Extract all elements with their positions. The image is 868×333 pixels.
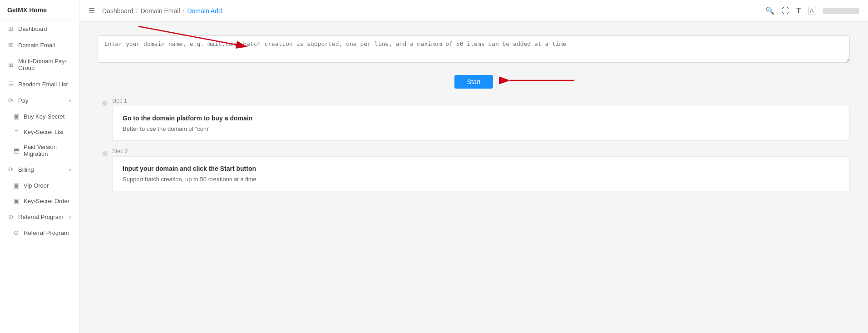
hamburger-icon[interactable]: ☰ [89,6,95,15]
search-icon[interactable]: 🔍 [765,6,774,15]
referral-icon: ⊙ [7,213,15,220]
breadcrumb-dashboard[interactable]: Dashboard [102,7,133,15]
sidebar-sub-label: Vip Order [24,182,49,189]
step-1-card: Go to the domain platform to buy a domai… [112,106,850,141]
step-2-card: Input your domain and click the Start bu… [112,156,850,191]
step-1-dot-col [98,98,112,106]
dashboard-icon: ⊞ [7,25,15,32]
key-secret-order-icon: ▣ [13,197,20,204]
sidebar-item-key-secret-order[interactable]: ▣ Key-Secret Order [0,193,79,209]
sidebar-item-label: Domain Email [18,42,55,49]
main-area: ☰ Dashboard / Domain Email / Domain Add … [79,0,868,333]
red-arrow-2-svg [501,71,592,94]
sidebar-group-referral[interactable]: ⊙ Referral Program ∧ [0,209,79,225]
steps-container: step 1 Go to the domain platform to buy … [98,98,850,199]
step-1-row: step 1 Go to the domain platform to buy … [98,98,850,141]
sidebar-sub-label: Buy Key-Secret [24,113,64,120]
sidebar-item-vip-order[interactable]: ▣ Vip Order [0,178,79,193]
step-2-dot-col [98,148,112,156]
breadcrumb: Dashboard / Domain Email / Domain Add [102,7,222,15]
vip-order-icon: ▣ [13,182,20,189]
buy-key-icon: ▣ [13,113,20,120]
referral-sub-icon: ⊙ [13,229,20,236]
multi-domain-icon: ⊞ [7,61,15,68]
sidebar-item-domain-email[interactable]: ✉ Domain Email [0,37,79,53]
start-btn-row: Start [98,75,850,89]
step-2-title: Input your domain and click the Start bu… [123,165,839,172]
step-1-desc: Better to use the domain of "com" [123,125,839,132]
sidebar-item-multi-domain[interactable]: ⊞ Multi-Domain Pay-Group [0,53,79,76]
accessibility-icon[interactable]: A [808,7,815,15]
random-email-icon: ☰ [7,80,15,88]
step-2-row: Step 2 Input your domain and click the S… [98,148,850,191]
pay-icon: ⟳ [7,97,15,104]
billing-icon: ⟳ [7,166,15,173]
breadcrumb-domain-email[interactable]: Domain Email [140,7,180,15]
start-button[interactable]: Start [454,75,493,89]
sidebar-item-dashboard[interactable]: ⊞ Dashboard [0,20,79,37]
sidebar-item-paid-migration[interactable]: ⬒ Paid Version Migration [0,139,79,161]
breadcrumb-domain-add: Domain Add [187,7,222,15]
header: ☰ Dashboard / Domain Email / Domain Add … [79,0,868,22]
font-size-icon[interactable]: T [796,7,801,15]
sidebar-sub-label: Key-Secret Order [24,198,69,204]
sidebar-item-key-secret-list[interactable]: ≡ Key-Secret List [0,124,79,139]
sidebar-group-referral-label: Referral Program [18,214,64,220]
domain-email-icon: ✉ [7,41,15,49]
sidebar-group-pay[interactable]: ⟳ Pay ∧ [0,92,79,109]
referral-chevron-icon: ∧ [69,214,72,219]
sidebar-item-label: Dashboard [18,25,47,32]
sidebar: GetMX Home ⊞ Dashboard ✉ Domain Email ⊞ … [0,0,79,333]
billing-chevron-icon: ∧ [69,167,72,172]
step-1-dot [102,100,108,106]
sidebar-group-billing[interactable]: ⟳ Billing ∧ [0,161,79,178]
breadcrumb-sep-2: / [183,7,185,15]
step-1-label: step 1 [112,98,850,104]
user-avatar [823,8,859,14]
step-1-title: Go to the domain platform to buy a domai… [123,114,839,122]
sidebar-logo[interactable]: GetMX Home [0,0,79,20]
key-secret-list-icon: ≡ [13,128,20,135]
sidebar-item-buy-key[interactable]: ▣ Buy Key-Secret [0,109,79,124]
paid-migration-icon: ⬒ [13,147,20,154]
content-area: Start step 1 Go [79,22,868,333]
header-icons: 🔍 ⛶ T A [765,6,859,15]
sidebar-item-label: Multi-Domain Pay-Group [18,58,72,71]
sidebar-item-referral-program[interactable]: ⊙ Referral Program [0,225,79,240]
sidebar-item-random-email[interactable]: ☰ Random Email List [0,76,79,92]
sidebar-item-label: Random Email List [18,81,68,88]
sidebar-sub-label: Key-Secret List [24,129,64,135]
red-arrow-1-svg [134,22,279,54]
sidebar-sub-label: Referral Program [24,229,69,236]
sidebar-sub-label: Paid Version Migration [24,144,72,157]
fullscreen-icon[interactable]: ⛶ [782,7,789,15]
pay-chevron-icon: ∧ [69,98,72,103]
step-2-desc: Support batch creation, up to 50 creatio… [123,176,839,183]
step-2-dot [102,151,108,156]
sidebar-group-pay-label: Pay [18,97,28,104]
sidebar-group-billing-label: Billing [18,166,34,173]
breadcrumb-sep-1: / [136,7,138,15]
step-2-label: Step 2 [112,148,850,154]
